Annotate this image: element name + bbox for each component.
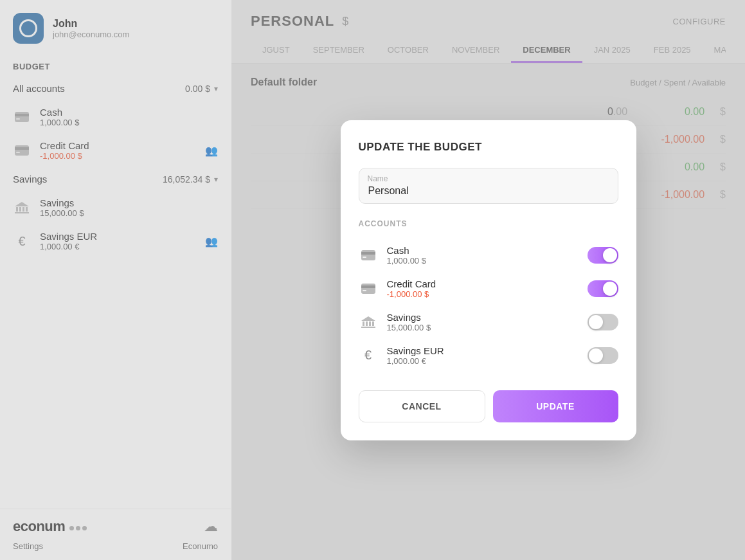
- budget-section-title: Budget: [0, 57, 231, 77]
- all-accounts-label: All accounts: [13, 83, 65, 94]
- account-item-savings[interactable]: Savings 15,000.00 $: [0, 191, 231, 224]
- savings-label: Savings: [13, 174, 47, 185]
- modal-account-cash: Cash 1,000.00 $: [359, 239, 618, 272]
- econumo-link[interactable]: Econumo: [183, 541, 218, 551]
- sidebar-footer: econum ☁ Settings Econumo: [0, 509, 231, 560]
- cash-name: Cash: [40, 107, 218, 118]
- account-item-credit-card[interactable]: Credit Card -1,000.00 $ 👥: [0, 134, 231, 167]
- svg-rect-20: [366, 321, 368, 326]
- cash-balance: 1,000.00 $: [40, 118, 218, 127]
- modal-savings-name: Savings: [387, 312, 579, 323]
- logo: econum ☁: [13, 518, 218, 535]
- group-icon: 👥: [205, 145, 218, 157]
- sidebar: John john@econumo.com Budget All account…: [0, 0, 231, 560]
- modal-cash-name: Cash: [387, 245, 579, 256]
- svg-rect-4: [15, 147, 29, 150]
- user-email: john@econumo.com: [53, 30, 129, 39]
- name-label: Name: [368, 174, 388, 183]
- svg-marker-18: [361, 316, 375, 321]
- modal-title: UPDATE THE BUDGET: [359, 141, 618, 154]
- savings-section[interactable]: Savings 16,052.34 $ ▾: [0, 167, 231, 191]
- svg-rect-9: [22, 207, 24, 212]
- toggle-savings[interactable]: [588, 314, 618, 330]
- svg-rect-3: [15, 145, 29, 156]
- toggle-cash[interactable]: [588, 247, 618, 264]
- modal-buttons: CANCEL UPDATE: [359, 390, 618, 422]
- svg-rect-16: [361, 285, 375, 288]
- logo-text: econum: [13, 518, 65, 534]
- svg-rect-5: [16, 152, 20, 153]
- svg-rect-15: [361, 284, 375, 294]
- group-icon-eur: 👥: [205, 235, 218, 248]
- savings-account-name: Savings: [40, 197, 218, 208]
- svg-rect-13: [361, 252, 375, 255]
- card-icon: [13, 108, 31, 126]
- credit-card-balance: -1,000.00 $: [40, 151, 196, 161]
- modal-card-icon-cash: [359, 246, 378, 265]
- toggle-credit-card[interactable]: [588, 280, 618, 297]
- modal-account-credit-card: Credit Card -1,000.00 $: [359, 272, 618, 305]
- modal-savings-eur-balance: 1,000.00 €: [387, 356, 579, 366]
- svg-rect-19: [363, 321, 364, 326]
- settings-link[interactable]: Settings: [13, 541, 43, 551]
- chevron-down-icon: ▾: [214, 84, 218, 93]
- svg-rect-12: [361, 250, 375, 260]
- update-budget-modal: UPDATE THE BUDGET Name ACCOUNTS Cash 1,0…: [341, 120, 636, 440]
- euro-icon: €: [13, 232, 31, 250]
- svg-rect-0: [15, 112, 29, 122]
- name-field: Name: [359, 168, 618, 204]
- logo-dots: [69, 526, 87, 530]
- svg-marker-6: [15, 202, 29, 206]
- sidebar-header: John john@econumo.com: [0, 0, 231, 57]
- svg-rect-23: [361, 327, 375, 328]
- modal-cc-name: Credit Card: [387, 278, 579, 289]
- svg-rect-7: [16, 207, 18, 212]
- svg-rect-14: [363, 257, 366, 258]
- bank-icon: [13, 199, 31, 217]
- modal-account-savings-eur: € Savings EUR 1,000.00 €: [359, 339, 618, 372]
- svg-rect-2: [16, 118, 20, 120]
- chevron-down-icon-savings: ▾: [214, 175, 218, 184]
- all-accounts-row[interactable]: All accounts 0.00 $ ▾: [0, 77, 231, 100]
- svg-rect-10: [26, 207, 28, 212]
- update-button[interactable]: UPDATE: [493, 390, 618, 422]
- savings-account-balance: 15,000.00 $: [40, 208, 218, 218]
- modal-savings-eur-name: Savings EUR: [387, 345, 579, 356]
- svg-rect-11: [15, 212, 29, 213]
- savings-balance: 16,052.34 $: [163, 174, 210, 185]
- savings-eur-balance: 1,000.00 €: [40, 242, 196, 251]
- user-name: John: [53, 18, 129, 30]
- svg-rect-1: [15, 114, 29, 116]
- user-info: John john@econumo.com: [53, 18, 129, 39]
- savings-eur-name: Savings EUR: [40, 231, 196, 242]
- accounts-section-title: ACCOUNTS: [359, 219, 618, 228]
- modal-cash-balance: 1,000.00 $: [387, 256, 579, 266]
- name-input[interactable]: [359, 168, 618, 204]
- cloud-icon: ☁: [204, 518, 218, 535]
- avatar: [13, 13, 44, 44]
- modal-cc-balance: -1,000.00 $: [387, 289, 579, 299]
- modal-savings-balance: 15,000.00 $: [387, 323, 579, 332]
- all-accounts-balance: 0.00 $: [185, 84, 210, 94]
- modal-euro-icon: €: [359, 346, 378, 365]
- credit-card-name: Credit Card: [40, 140, 196, 151]
- modal-bank-icon: [359, 312, 378, 332]
- svg-rect-8: [19, 207, 21, 212]
- account-item-cash[interactable]: Cash 1,000.00 $: [0, 100, 231, 134]
- card-icon-credit: [13, 141, 31, 159]
- modal-card-icon-cc: [359, 279, 378, 298]
- svg-rect-17: [363, 290, 366, 291]
- modal-account-savings: Savings 15,000.00 $: [359, 305, 618, 339]
- main-content: PERSONAL $ CONFIGURE JGUST SEPTEMBER OCT…: [231, 0, 745, 560]
- cancel-button[interactable]: CANCEL: [359, 390, 485, 422]
- toggle-savings-eur[interactable]: [588, 347, 618, 364]
- svg-rect-21: [369, 321, 371, 326]
- modal-overlay: UPDATE THE BUDGET Name ACCOUNTS Cash 1,0…: [231, 0, 745, 560]
- svg-rect-22: [372, 321, 374, 326]
- account-item-savings-eur[interactable]: € Savings EUR 1,000.00 € 👥: [0, 224, 231, 258]
